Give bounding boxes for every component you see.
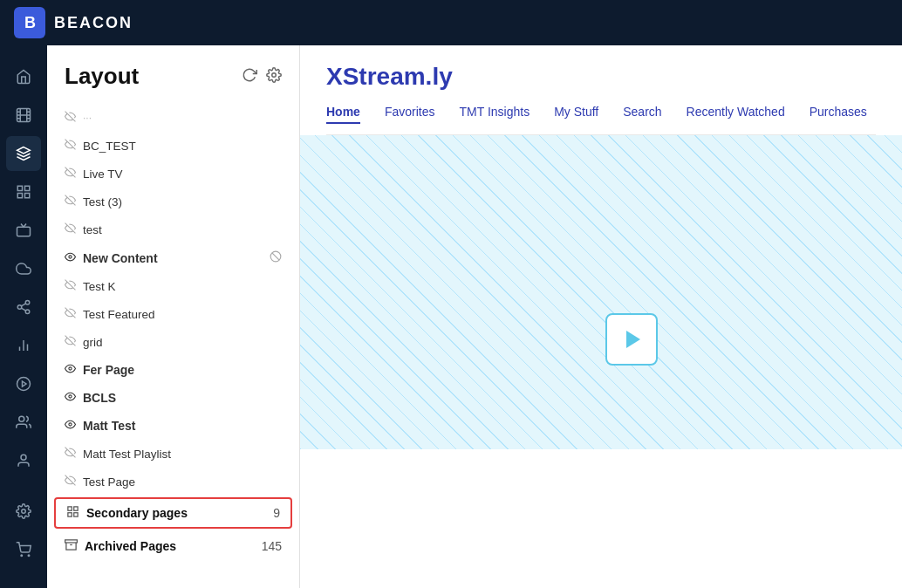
nav-item-search[interactable]: Search (623, 105, 661, 124)
secondary-pages-label: Secondary pages (86, 506, 188, 520)
hidden-icon (65, 222, 76, 236)
play-button-box[interactable] (605, 313, 658, 366)
nav-item-favorites[interactable]: Favorites (385, 105, 435, 124)
gear-icon[interactable] (266, 67, 282, 86)
layout-header: Layout (47, 45, 299, 104)
list-item-test-featured[interactable]: Test Featured (47, 300, 299, 328)
sidebar-chart-icon[interactable] (6, 328, 41, 363)
svg-point-16 (25, 310, 30, 314)
nav-item-purchases[interactable]: Purchases (810, 105, 867, 124)
svg-point-26 (22, 509, 26, 514)
hidden-icon (65, 447, 76, 461)
svg-point-43 (69, 423, 72, 426)
nav-item-my-stuff[interactable]: My Stuff (554, 105, 598, 124)
hidden-icon (65, 111, 76, 125)
list-item-test[interactable]: test (47, 215, 299, 243)
list-item-new-content[interactable]: New Content (47, 243, 299, 272)
visible-icon (65, 251, 76, 265)
list-item-matt-test[interactable]: Matt Test (47, 412, 299, 440)
svg-rect-50 (65, 540, 78, 543)
sidebar-share-icon[interactable] (6, 290, 41, 325)
svg-point-14 (25, 301, 30, 305)
layout-header-icons (242, 67, 282, 86)
list-item-bc-test[interactable]: BC_TEST (47, 132, 299, 160)
svg-point-24 (19, 416, 24, 421)
top-bar: B BEACON (0, 0, 902, 45)
sidebar-cloud-icon[interactable] (6, 251, 41, 286)
layout-panel: Layout ··· BC_ (47, 45, 300, 588)
sidebar-layout-icon[interactable] (6, 174, 41, 209)
preview-nav: Home Favorites TMT Insights My Stuff Sea… (326, 105, 876, 135)
list-item-label: Test Page (83, 475, 135, 489)
sidebar-home-icon[interactable] (6, 59, 41, 94)
svg-line-37 (272, 253, 279, 260)
list-item-label: BCLS (83, 391, 116, 405)
hidden-icon (65, 475, 76, 489)
list-item-label: Matt Test Playlist (83, 448, 171, 461)
svg-rect-47 (74, 507, 78, 510)
visible-icon (65, 391, 76, 405)
svg-point-27 (21, 555, 23, 557)
beacon-logo-text: BEACON (54, 14, 133, 32)
svg-marker-23 (23, 381, 27, 386)
archive-icon (65, 538, 78, 554)
list-item-label: test (83, 223, 102, 236)
play-triangle-icon (626, 331, 640, 348)
layout-list: ··· BC_TEST Live TV Test (3) (47, 104, 299, 588)
svg-point-25 (21, 455, 26, 460)
icon-sidebar (0, 45, 47, 588)
hidden-icon (65, 167, 76, 181)
list-item-label: Fer Page (83, 363, 134, 377)
archived-pages-label: Archived Pages (85, 539, 176, 553)
nav-item-recently-watched[interactable]: Recently Watched (687, 105, 785, 124)
svg-line-18 (21, 304, 25, 306)
nav-item-home[interactable]: Home (326, 105, 360, 124)
svg-rect-9 (17, 186, 22, 190)
grid-icon (66, 505, 79, 521)
svg-rect-11 (25, 194, 30, 198)
svg-rect-48 (74, 513, 78, 516)
hidden-icon (65, 307, 76, 321)
sidebar-layers-icon[interactable] (6, 136, 41, 171)
sidebar-video-icon[interactable] (6, 98, 41, 133)
svg-point-41 (69, 367, 72, 370)
svg-line-17 (21, 308, 25, 311)
block-icon (270, 250, 282, 265)
list-item-grid[interactable]: grid (47, 328, 299, 356)
list-item-label: Test (3) (83, 195, 122, 209)
sidebar-user-icon[interactable] (6, 443, 41, 478)
play-button-container[interactable] (605, 313, 658, 366)
svg-point-42 (69, 395, 72, 398)
archived-pages-count: 145 (262, 539, 282, 553)
sidebar-cart-icon[interactable] (6, 532, 41, 567)
sidebar-tv-icon[interactable] (6, 213, 41, 248)
svg-rect-49 (68, 513, 72, 516)
beacon-logo-icon: B (14, 7, 45, 38)
list-item-test3[interactable]: Test (3) (47, 188, 299, 215)
sidebar-users-icon[interactable] (6, 405, 41, 440)
preview-area: XStream.ly Home Favorites TMT Insights M… (300, 45, 902, 588)
list-item-live-tv[interactable]: Live TV (47, 160, 299, 188)
list-item-test-page[interactable]: Test Page (47, 468, 299, 496)
svg-rect-12 (17, 194, 22, 198)
refresh-icon[interactable] (242, 67, 257, 86)
preview-content (300, 135, 902, 588)
sidebar-play-circle-icon[interactable] (6, 366, 41, 401)
list-item[interactable]: ··· (47, 104, 299, 132)
svg-point-35 (69, 255, 72, 257)
archived-pages-section[interactable]: Archived Pages 145 (47, 530, 299, 562)
sidebar-settings-icon[interactable] (6, 494, 41, 529)
list-item-label: BC_TEST (83, 140, 136, 153)
list-item-label: grid (83, 336, 103, 349)
svg-point-29 (272, 72, 277, 77)
preview-header: XStream.ly Home Favorites TMT Insights M… (300, 45, 902, 135)
nav-item-tmt-insights[interactable]: TMT Insights (459, 105, 530, 124)
hidden-icon (65, 279, 76, 293)
list-item-matt-test-playlist[interactable]: Matt Test Playlist (47, 440, 299, 468)
list-item-fer-page[interactable]: Fer Page (47, 356, 299, 384)
svg-rect-13 (17, 227, 31, 236)
secondary-pages-section[interactable]: Secondary pages 9 (54, 497, 292, 529)
list-item-bcls[interactable]: BCLS (47, 384, 299, 412)
list-item-test-k[interactable]: Test K (47, 272, 299, 300)
svg-marker-8 (17, 147, 31, 154)
